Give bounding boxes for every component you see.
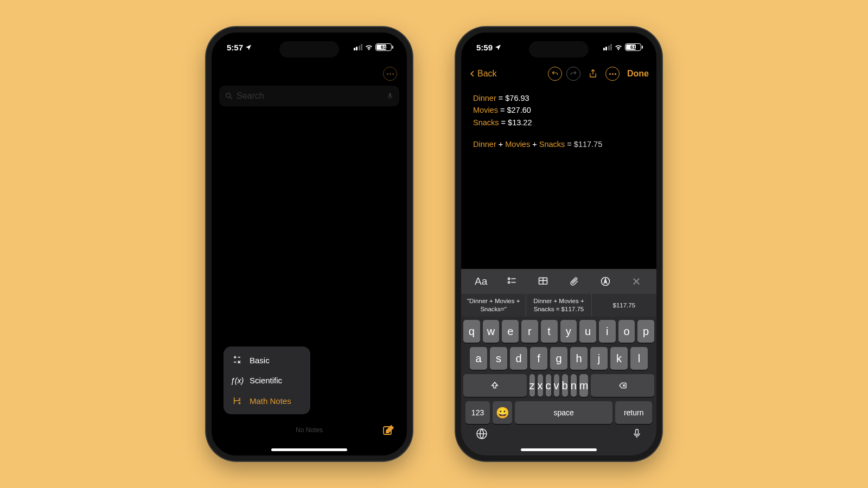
numbers-key[interactable]: 123 [465, 401, 490, 424]
function-icon: ƒ(x) [231, 376, 243, 385]
key-g[interactable]: g [550, 347, 567, 370]
text-style-button[interactable]: Aa [473, 275, 490, 287]
svg-point-0 [226, 93, 231, 98]
share-button[interactable] [585, 66, 601, 82]
phone-left: 5:57 61 Sear [206, 27, 412, 461]
key-p[interactable]: p [637, 320, 654, 343]
key-m[interactable]: m [579, 374, 589, 397]
wifi-icon [365, 43, 373, 52]
editor-toolbar: Back Done [461, 62, 656, 86]
key-rows: qwertyuiop asdfghjkl zxcvbnm 123 😀 space… [461, 317, 656, 426]
battery-icon: 61 [625, 43, 641, 51]
key-d[interactable]: d [510, 347, 527, 370]
key-x[interactable]: x [538, 374, 543, 397]
key-r[interactable]: r [521, 320, 538, 343]
status-left: 5:57 [227, 43, 252, 52]
suggestion[interactable]: $117.75 [592, 294, 656, 317]
key-k[interactable]: k [610, 347, 628, 370]
battery-percent: 61 [630, 44, 636, 50]
key-b[interactable]: b [562, 374, 568, 397]
backspace-key[interactable] [591, 374, 654, 397]
magnifier-icon [225, 92, 233, 100]
key-w[interactable]: w [483, 320, 500, 343]
suggestion[interactable]: "Dinner + Movies + Snacks=" [461, 294, 526, 317]
attachment-button[interactable] [566, 276, 583, 287]
signal-icon [354, 44, 363, 50]
key-i[interactable]: i [599, 320, 616, 343]
top-toolbar [212, 62, 407, 86]
markup-button[interactable] [597, 276, 614, 287]
key-e[interactable]: e [502, 320, 519, 343]
home-indicator[interactable] [271, 448, 347, 451]
status-right: 61 [354, 43, 392, 52]
return-key[interactable]: return [615, 401, 652, 424]
menu-basic-label: Basic [250, 356, 270, 365]
note-line: Dinner = $76.93 [473, 92, 644, 104]
status-left: 5:59 [476, 43, 501, 52]
search-input[interactable]: Search [219, 86, 399, 106]
note-content[interactable]: Dinner = $76.93 Movies = $27.60 Snacks =… [461, 86, 656, 157]
menu-math-notes-label: Math Notes [250, 396, 291, 406]
checklist-button[interactable] [503, 276, 521, 287]
key-z[interactable]: z [529, 374, 535, 397]
no-notes-label: No Notes [212, 426, 407, 434]
emoji-key[interactable]: 😀 [493, 401, 512, 424]
redo-button [566, 67, 580, 81]
key-u[interactable]: u [579, 320, 596, 343]
key-q[interactable]: q [463, 320, 480, 343]
back-label: Back [477, 69, 497, 79]
menu-scientific[interactable]: ƒ(x) Scientific [224, 370, 310, 390]
key-o[interactable]: o [618, 320, 635, 343]
phone-right: 5:59 61 Back [456, 27, 662, 461]
more-options-button[interactable] [383, 67, 397, 81]
menu-basic[interactable]: Basic [224, 350, 310, 370]
key-h[interactable]: h [570, 347, 588, 370]
suggestion[interactable]: Dinner + Movies + Snacks = $117.75 [526, 294, 591, 317]
status-right: 61 [603, 43, 642, 52]
key-a[interactable]: a [470, 347, 487, 370]
keyboard: Aa "Dinner + Movies + Snacks=" [461, 269, 656, 455]
key-v[interactable]: v [554, 374, 559, 397]
more-options-button[interactable] [605, 67, 620, 81]
search-placeholder: Search [237, 91, 264, 101]
done-button[interactable]: Done [627, 69, 649, 79]
undo-button[interactable] [548, 67, 562, 81]
key-c[interactable]: c [546, 374, 551, 397]
space-key[interactable]: space [515, 401, 612, 424]
dynamic-island [279, 41, 339, 57]
clock-time: 5:59 [476, 43, 493, 52]
compose-button[interactable] [382, 424, 395, 437]
key-y[interactable]: y [560, 320, 577, 343]
close-toolbar-button[interactable] [628, 277, 645, 286]
back-button[interactable]: Back [469, 69, 497, 79]
table-button[interactable] [534, 276, 552, 287]
home-indicator[interactable] [521, 448, 597, 451]
key-l[interactable]: l [630, 347, 648, 370]
note-line: Snacks = $13.22 [473, 117, 644, 129]
globe-key[interactable] [475, 427, 488, 440]
note-line: Movies = $27.60 [473, 104, 644, 116]
svg-point-4 [508, 281, 509, 283]
mic-icon[interactable] [386, 92, 394, 100]
ellipsis-icon [387, 73, 394, 75]
suggestion-bar: "Dinner + Movies + Snacks=" Dinner + Mov… [461, 294, 656, 317]
chevron-left-icon [469, 69, 476, 79]
notes-list-screen: Search No Notes Basic ƒ(x) Scientific [212, 62, 407, 455]
wifi-icon [614, 43, 623, 52]
key-n[interactable]: n [571, 374, 577, 397]
calculator-mode-menu: Basic ƒ(x) Scientific Math Notes [224, 346, 310, 414]
signal-icon [603, 44, 612, 50]
shift-key[interactable] [463, 374, 527, 397]
svg-point-3 [508, 278, 509, 279]
key-t[interactable]: t [541, 320, 558, 343]
menu-math-notes[interactable]: Math Notes [224, 390, 310, 411]
dynamic-island [529, 41, 589, 57]
keyboard-footer [461, 426, 656, 440]
key-s[interactable]: s [490, 347, 507, 370]
key-f[interactable]: f [530, 347, 547, 370]
location-arrow-icon [495, 44, 501, 50]
dictation-key[interactable] [631, 427, 642, 440]
battery-icon: 61 [375, 43, 392, 51]
battery-percent: 61 [381, 44, 386, 50]
key-j[interactable]: j [590, 347, 608, 370]
